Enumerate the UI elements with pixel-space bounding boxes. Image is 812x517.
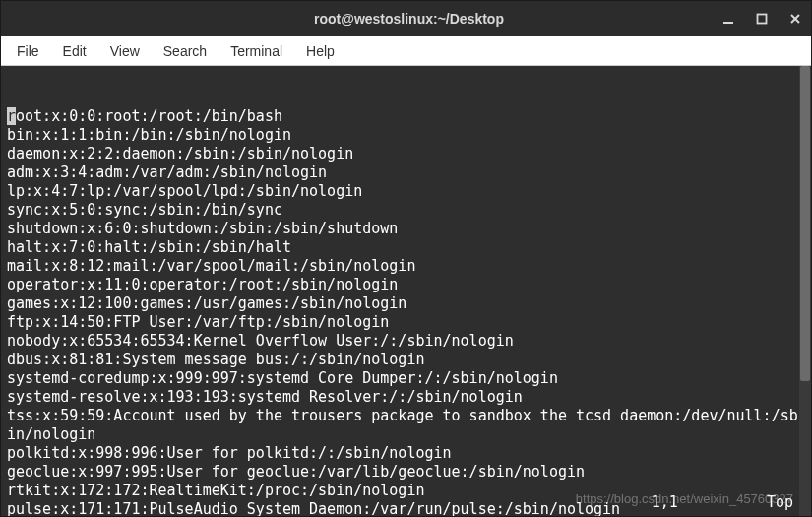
terminal-content[interactable]: root:x:0:0:root:/root:/bin/bashbin:x:1:1… bbox=[1, 66, 811, 516]
menu-help[interactable]: Help bbox=[296, 40, 344, 62]
menu-search[interactable]: Search bbox=[154, 40, 217, 62]
close-button[interactable] bbox=[787, 11, 803, 27]
terminal-line: games:x:12:100:games:/usr/games:/sbin/no… bbox=[7, 294, 805, 313]
menu-file[interactable]: File bbox=[7, 40, 49, 62]
terminal-line: root:x:0:0:root:/root:/bin/bash bbox=[7, 107, 805, 126]
terminal-line: systemd-coredump:x:999:997:systemd Core … bbox=[7, 369, 805, 388]
terminal-text: oot:x:0:0:root:/root:/bin/bash bbox=[16, 107, 282, 125]
close-icon bbox=[789, 13, 801, 25]
maximize-icon bbox=[756, 13, 768, 25]
terminal-line: lp:x:4:7:lp:/var/spool/lpd:/sbin/nologin bbox=[7, 182, 805, 201]
terminal-line: nobody:x:65534:65534:Kernel Overflow Use… bbox=[7, 332, 805, 351]
terminal-line: adm:x:3:4:adm:/var/adm:/sbin/nologin bbox=[7, 163, 805, 182]
terminal-line: systemd-resolve:x:193:193:systemd Resolv… bbox=[7, 388, 805, 407]
window-title: root@westoslinux:~/Desktop bbox=[97, 11, 720, 27]
terminal-line: bin:x:1:1:bin:/bin:/sbin/nologin bbox=[7, 126, 805, 145]
cursor-position: 1,1 bbox=[652, 493, 678, 512]
terminal-line: polkitd:x:998:996:User for polkitd:/:/sb… bbox=[7, 444, 805, 463]
vim-status-line: 1,1 Top bbox=[7, 493, 793, 512]
terminal-window: root@westoslinux:~/Desktop File Edit Vie… bbox=[0, 0, 812, 517]
menubar: File Edit View Search Terminal Help bbox=[1, 36, 811, 66]
terminal-line: sync:x:5:0:sync:/sbin:/bin/sync bbox=[7, 201, 805, 220]
scrollbar[interactable] bbox=[799, 66, 811, 516]
terminal-line: mail:x:8:12:mail:/var/spool/mail:/sbin/n… bbox=[7, 257, 805, 276]
terminal-line: ftp:x:14:50:FTP User:/var/ftp:/sbin/nolo… bbox=[7, 313, 805, 332]
terminal-line: daemon:x:2:2:daemon:/sbin:/sbin/nologin bbox=[7, 145, 805, 163]
terminal-line: shutdown:x:6:0:shutdown:/sbin:/sbin/shut… bbox=[7, 220, 805, 238]
titlebar[interactable]: root@westoslinux:~/Desktop bbox=[1, 1, 811, 36]
window-controls bbox=[720, 11, 803, 27]
terminal-line: tss:x:59:59:Account used by the trousers… bbox=[7, 407, 805, 444]
minimize-button[interactable] bbox=[720, 11, 736, 27]
scrollbar-thumb[interactable] bbox=[800, 66, 810, 381]
maximize-button[interactable] bbox=[754, 11, 770, 27]
terminal-line: halt:x:7:0:halt:/sbin:/sbin/halt bbox=[7, 238, 805, 257]
menu-view[interactable]: View bbox=[100, 40, 150, 62]
cursor: r bbox=[7, 107, 16, 125]
minimize-icon bbox=[722, 13, 734, 25]
terminal-line: operator:x:11:0:operator:/root:/sbin/nol… bbox=[7, 276, 805, 294]
terminal-line: geoclue:x:997:995:User for geoclue:/var/… bbox=[7, 463, 805, 482]
terminal-line: dbus:x:81:81:System message bus:/:/sbin/… bbox=[7, 351, 805, 369]
svg-rect-1 bbox=[758, 15, 767, 24]
menu-edit[interactable]: Edit bbox=[53, 40, 96, 62]
menu-terminal[interactable]: Terminal bbox=[220, 40, 292, 62]
scroll-position: Top bbox=[767, 493, 793, 512]
